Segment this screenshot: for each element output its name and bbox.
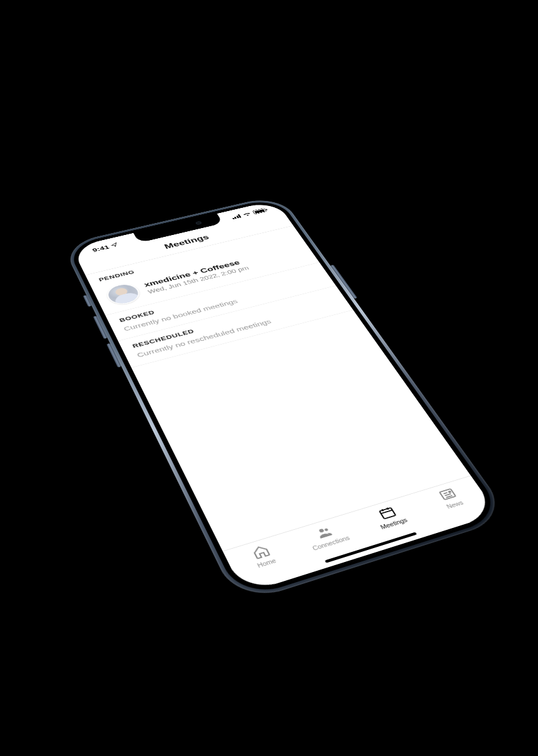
meeting-title: xmedicine + Coffeese (143, 245, 300, 289)
meeting-datetime: Wed, Jun 15th 2022, 2:00 pm (147, 252, 304, 295)
power-button (330, 265, 357, 299)
phone-mockup: 9:41 (72, 200, 498, 594)
signal-icon (231, 214, 241, 219)
location-arrow-icon (110, 242, 120, 249)
wifi-icon (241, 210, 253, 217)
avatar (103, 281, 143, 307)
meeting-info: xmedicine + Coffeese Wed, Jun 15th 2022,… (143, 245, 305, 295)
svg-point-1 (324, 528, 329, 531)
svg-point-0 (319, 529, 324, 533)
status-time: 9:41 (91, 244, 110, 253)
empty-rescheduled-text: Currently no rescheduled meetings (125, 299, 353, 368)
status-bar: 9:41 (72, 200, 285, 261)
section-header-rescheduled: RESCHEDULED (118, 286, 345, 355)
battery-icon (252, 208, 266, 214)
empty-booked-text: Currently no booked meetings (112, 275, 336, 341)
notch (134, 214, 223, 243)
svg-rect-4 (448, 491, 452, 493)
